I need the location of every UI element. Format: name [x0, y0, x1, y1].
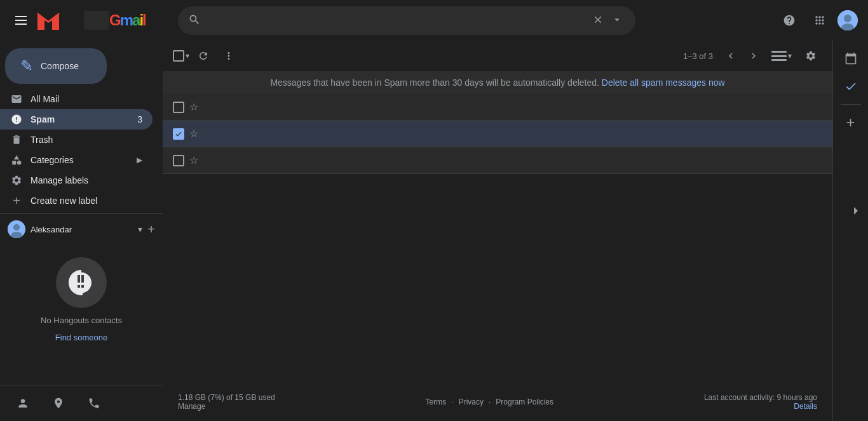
- menu-icon[interactable]: [10, 11, 32, 30]
- footer-activity: Last account activity: 9 hours ago Detai…: [704, 393, 817, 411]
- footer-program-link[interactable]: Program Policies: [496, 398, 553, 406]
- footer-terms-link[interactable]: Terms: [426, 398, 447, 406]
- footer-links: Terms · Privacy · Program Policies: [426, 398, 553, 406]
- footer-storage-text: 1.18 GB (7%) of 15 GB used: [178, 393, 275, 402]
- apps-button[interactable]: [807, 8, 832, 33]
- footer-last-activity: Last account activity: 9 hours ago: [704, 393, 817, 402]
- gmail-icon-svg: [84, 11, 109, 30]
- email-toolbar: ▾ 1–3 of 3: [163, 41, 832, 71]
- sidebar-user-avatar: [8, 220, 25, 238]
- compose-button[interactable]: ✎ Compose: [5, 48, 107, 84]
- spam-badge: 3: [137, 114, 142, 124]
- select-all-checkbox[interactable]: [173, 50, 184, 62]
- gmail-logo: Gmail: [37, 9, 146, 32]
- search-clear-icon[interactable]: [592, 14, 604, 27]
- user-avatar[interactable]: [837, 10, 858, 30]
- density-button[interactable]: ▾: [766, 48, 797, 63]
- spam-icon: [10, 114, 23, 125]
- footer-storage: 1.18 GB (7%) of 15 GB used Manage: [178, 393, 275, 411]
- categories-label: Categories: [31, 155, 129, 165]
- tasks-button[interactable]: [838, 74, 864, 99]
- right-sidebar-divider: [841, 104, 861, 105]
- next-page-button[interactable]: [743, 46, 764, 66]
- email-star-2[interactable]: ☆: [189, 128, 198, 140]
- spam-label: Spam: [31, 114, 130, 124]
- svg-point-5: [844, 15, 851, 22]
- main-layout: ✎ Compose All Mail Spam 3: [0, 41, 868, 421]
- calendar-button[interactable]: [838, 46, 864, 71]
- hangouts-no-contacts-text: No Hangouts contacts: [41, 316, 122, 325]
- table-row[interactable]: ☆: [163, 94, 832, 121]
- email-checkbox-2[interactable]: [173, 128, 184, 140]
- email-star-3[interactable]: ☆: [189, 154, 198, 166]
- manage-labels-icon: [10, 175, 23, 186]
- search-dropdown-icon[interactable]: [609, 11, 625, 30]
- people-icon[interactable]: [10, 391, 36, 416]
- select-dropdown-icon[interactable]: ▾: [186, 51, 189, 60]
- hangouts-icon: [56, 257, 107, 308]
- help-button[interactable]: [776, 8, 802, 33]
- search-icon: [188, 13, 201, 28]
- manage-labels-label: Manage labels: [31, 175, 142, 185]
- hangouts-section: No Hangouts contacts Find someone: [0, 242, 163, 358]
- email-checkbox-1[interactable]: [173, 102, 184, 113]
- footer-manage: Manage: [178, 402, 275, 411]
- create-label-icon: +: [10, 194, 23, 208]
- more-options-button[interactable]: [217, 44, 240, 67]
- trash-icon: [10, 134, 23, 145]
- phone-icon[interactable]: [81, 391, 107, 416]
- search-input[interactable]: in:spam: [206, 15, 587, 26]
- location-icon[interactable]: [46, 391, 71, 416]
- email-star-1[interactable]: ☆: [189, 101, 198, 113]
- email-list: ☆ ☆ ☆: [163, 94, 832, 383]
- trash-label: Trash: [31, 135, 142, 145]
- footer-privacy-link[interactable]: Privacy: [459, 398, 484, 406]
- hangouts-find-someone-link[interactable]: Find someone: [55, 333, 107, 342]
- create-label-label: Create new label: [31, 196, 142, 206]
- gmail-m-logo: [56, 11, 81, 30]
- categories-expand-icon: ▶: [137, 156, 142, 164]
- user-row[interactable]: Aleksandar ▾ +: [0, 217, 163, 242]
- density-dropdown-icon: ▾: [788, 51, 792, 60]
- content-area: ▾ 1–3 of 3: [163, 41, 832, 421]
- settings-button[interactable]: [799, 44, 822, 67]
- footer: 1.18 GB (7%) of 15 GB used Manage Terms …: [163, 383, 832, 421]
- expand-right-sidebar-button[interactable]: [843, 198, 868, 224]
- density-icon: [771, 51, 787, 61]
- sidebar-item-spam[interactable]: Spam 3: [0, 109, 153, 130]
- select-all-control: ▾: [173, 50, 189, 62]
- svg-point-8: [13, 224, 20, 231]
- all-mail-label: All Mail: [31, 94, 142, 104]
- sidebar-item-manage-labels[interactable]: Manage labels: [0, 170, 153, 190]
- footer-manage-link[interactable]: Manage: [178, 402, 205, 411]
- table-row[interactable]: ☆: [163, 147, 832, 174]
- pagination-info: 1–3 of 3: [683, 51, 713, 61]
- search-bar: in:spam: [178, 6, 635, 35]
- prev-page-button[interactable]: [721, 46, 741, 66]
- sidebar-item-trash[interactable]: Trash: [0, 130, 153, 150]
- refresh-button[interactable]: [192, 44, 215, 67]
- topbar-right: [776, 8, 858, 33]
- svg-rect-3: [84, 11, 109, 30]
- categories-icon: [10, 154, 23, 166]
- sidebar-item-categories[interactable]: Categories ▶: [0, 150, 153, 170]
- sidebar-user-name: Aleksandar: [31, 225, 133, 234]
- footer-details-link[interactable]: Details: [794, 402, 817, 411]
- add-app-button[interactable]: +: [838, 110, 864, 135]
- sidebar-item-all-mail[interactable]: All Mail: [0, 89, 153, 109]
- sidebar-bottom: [0, 385, 163, 421]
- delete-spam-link[interactable]: Delete all spam messages now: [602, 77, 725, 88]
- all-mail-icon: [10, 93, 23, 105]
- table-row[interactable]: ☆: [163, 121, 832, 147]
- add-account-icon[interactable]: +: [147, 222, 155, 237]
- topbar: Gmail in:spam: [0, 0, 868, 41]
- compose-label: Compose: [41, 61, 79, 71]
- email-checkbox-3[interactable]: [173, 155, 184, 166]
- spam-banner: Messages that have been in Spam more tha…: [163, 71, 832, 94]
- compose-plus-icon: ✎: [20, 58, 33, 74]
- sidebar-item-create-label[interactable]: + Create new label: [0, 190, 153, 211]
- user-chevron-icon: ▾: [138, 224, 142, 234]
- sidebar-divider: [0, 213, 163, 214]
- topbar-left: Gmail: [10, 9, 173, 32]
- right-sidebar: +: [832, 41, 868, 421]
